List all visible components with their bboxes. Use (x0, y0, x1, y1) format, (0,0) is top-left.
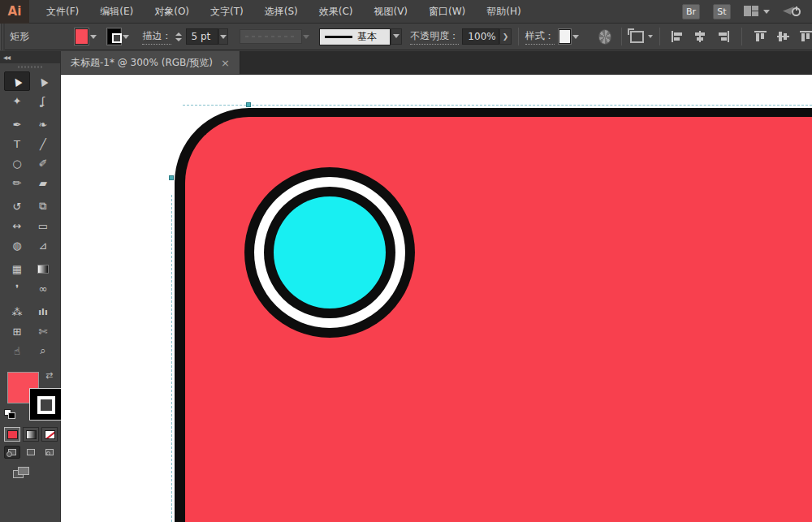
perspective-grid-tool[interactable]: ⊿ (30, 235, 56, 255)
brush-definition[interactable]: 基本 (319, 28, 402, 45)
menu-bar-right: Br St (682, 4, 812, 19)
canvas[interactable] (61, 75, 812, 522)
stroke-weight-stepper[interactable] (175, 32, 183, 41)
bridge-button[interactable]: Br (682, 4, 700, 19)
anchor-point[interactable] (169, 175, 174, 180)
opacity-panel-link[interactable]: 不透明度： (410, 29, 459, 45)
brush-definition-dropdown[interactable] (391, 28, 402, 45)
menu-view[interactable]: 视图(V) (363, 0, 418, 24)
stroke-color-indicator[interactable] (29, 388, 62, 421)
default-fill-stroke-icon[interactable] (4, 409, 16, 420)
align-left-button[interactable] (672, 31, 684, 42)
brush-definition-field[interactable]: 基本 (319, 28, 391, 45)
column-graph-tool[interactable]: ılı (30, 302, 56, 321)
draw-behind-button[interactable] (23, 446, 39, 459)
document-tab[interactable]: 未标题-1* @ 300% (RGB/预览) × (61, 51, 240, 74)
screen-mode-button[interactable] (13, 467, 31, 480)
menu-type[interactable]: 文字(T) (200, 0, 254, 24)
align-vertical-center-button[interactable] (777, 31, 789, 42)
menu-effect[interactable]: 效果(C) (309, 0, 364, 24)
stroke-panel-link[interactable]: 描边： (142, 29, 171, 45)
cs-live-icon[interactable] (783, 4, 801, 19)
collapse-panel-icon[interactable]: ◂◂ (3, 53, 10, 62)
fill-color-swatch[interactable] (75, 28, 89, 45)
recolor-artwork-icon[interactable] (598, 29, 611, 45)
control-bar: 矩形 描边： 5 pt 基本 不透明度： 100% ❯ 样式： (0, 24, 812, 50)
menu-select[interactable]: 选择(S) (254, 0, 309, 24)
divider (741, 28, 742, 45)
chevron-down-icon (90, 35, 97, 39)
draw-inside-button[interactable] (41, 446, 58, 459)
swap-fill-stroke-icon[interactable]: ⇄ (45, 370, 53, 381)
isolate-object-button[interactable] (628, 31, 653, 43)
tools-panel-grip[interactable] (0, 63, 60, 70)
menu-help[interactable]: 帮助(H) (476, 0, 531, 24)
align-bottom-button[interactable] (800, 31, 812, 42)
symbol-sprayer-tool[interactable]: ⁂ (4, 302, 30, 321)
opacity-field[interactable]: 100% (462, 28, 499, 45)
paintbrush-tool[interactable]: ✐ (30, 153, 56, 173)
style-panel-link[interactable]: 样式： (525, 29, 555, 45)
stroke-color-swatch[interactable] (107, 28, 121, 45)
align-horizontal-center-button[interactable] (694, 31, 706, 42)
slice-tool[interactable]: ✄ (30, 321, 56, 341)
width-profile-chevron (302, 28, 312, 45)
rotate-tool[interactable]: ↺ (4, 196, 30, 216)
gradient-tool[interactable] (30, 259, 56, 278)
menu-file[interactable]: 文件(F) (36, 0, 89, 24)
graphic-style-dropdown[interactable] (571, 28, 581, 45)
menu-edit[interactable]: 编辑(E) (89, 0, 144, 24)
anchor-point[interactable] (246, 102, 251, 107)
opacity-expand-button[interactable]: ❯ (499, 28, 511, 45)
stroke-weight-field[interactable]: 5 pt (186, 28, 219, 45)
line-segment-tool[interactable]: ╱ (30, 134, 56, 153)
chevron-down-icon (303, 35, 309, 39)
menu-window[interactable]: 窗口(W) (418, 0, 476, 24)
edit-contents-icon (630, 31, 644, 43)
brush-stroke-preview (325, 36, 352, 38)
selection-tool[interactable]: ▲ (4, 71, 30, 91)
tools-panel: ◂◂ ▲▲✦ʆ✒❧T╱○✐✏▰↺⧉↔▭◍⊿▦❜∞⁂ılı⊞✄☝⌕ ⇄ (0, 51, 61, 522)
stock-button[interactable]: St (713, 4, 731, 19)
hand-tool[interactable]: ☝ (4, 341, 30, 360)
direct-selection-tool[interactable]: ▲ (30, 71, 56, 91)
workspace-switcher[interactable] (744, 6, 770, 17)
chevron-down-icon (648, 35, 653, 38)
draw-normal-button[interactable] (4, 446, 20, 459)
scale-tool[interactable]: ⧉ (30, 196, 56, 216)
pencil-tool[interactable]: ✏ (4, 173, 30, 192)
type-tool[interactable]: T (4, 134, 30, 153)
fill-color-dropdown[interactable] (89, 28, 98, 45)
blend-tool[interactable]: ∞ (30, 278, 56, 298)
paint-style-row (4, 427, 58, 442)
tools-panel-header: ◂◂ (0, 51, 60, 63)
pen-tool[interactable]: ✒ (4, 114, 30, 134)
color-button[interactable] (4, 427, 20, 442)
close-icon[interactable]: × (221, 58, 230, 68)
circle-cyan-core[interactable] (274, 196, 386, 308)
divider (518, 28, 519, 45)
zoom-tool[interactable]: ⌕ (30, 341, 56, 360)
shape-builder-tool[interactable]: ◍ (4, 235, 30, 255)
menu-object[interactable]: 对象(O) (144, 0, 200, 24)
red-rounded-rectangle-shape[interactable] (175, 108, 812, 522)
graphic-style-swatch[interactable] (559, 29, 571, 44)
chevron-down-icon (572, 35, 579, 39)
mesh-tool[interactable]: ▦ (4, 259, 30, 278)
align-top-button[interactable] (754, 31, 767, 42)
stroke-weight-dropdown[interactable] (218, 28, 228, 45)
gradient-button[interactable] (23, 427, 39, 442)
stroke-color-dropdown[interactable] (121, 28, 131, 45)
eyedropper-tool[interactable]: ❜ (4, 278, 30, 298)
eraser-tool[interactable]: ▰ (30, 173, 56, 192)
lasso-tool[interactable]: ʆ (30, 91, 56, 110)
align-right-button[interactable] (717, 31, 729, 42)
blob-brush-tool[interactable]: ❧ (30, 114, 56, 134)
magic-wand-tool[interactable]: ✦ (4, 91, 30, 110)
free-transform-tool[interactable]: ▭ (30, 216, 56, 235)
none-button[interactable] (41, 427, 58, 442)
width-tool[interactable]: ↔ (4, 216, 30, 235)
artboard-tool[interactable]: ⊞ (4, 321, 30, 341)
ellipse-tool[interactable]: ○ (4, 153, 30, 173)
selection-path-left (171, 195, 172, 522)
